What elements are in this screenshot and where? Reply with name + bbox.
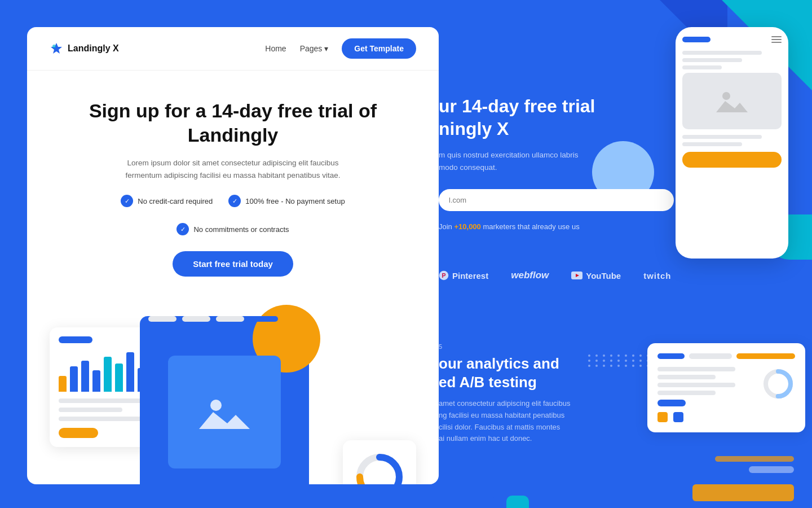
- phone-header: [682, 36, 782, 43]
- phone-mockup: [676, 27, 788, 259]
- main-card: Landingly X Home Pages ▾ Get Template Si…: [27, 27, 439, 484]
- phone-img-icon: [715, 87, 749, 115]
- image-icon: [196, 389, 253, 435]
- nav-links: Home Pages ▾ Get Template: [265, 38, 416, 59]
- line-placeholder-2: [59, 408, 122, 412]
- preview-area: [50, 316, 416, 484]
- badges-row: ✓ No credit-card required ✓ 100% free - …: [61, 195, 405, 235]
- analytics-card-header: [657, 353, 795, 359]
- analytics-desc: amet consectetur adipiscing elit faucibu…: [439, 398, 642, 445]
- nav-pages[interactable]: Pages ▾: [300, 44, 329, 53]
- svg-point-1: [52, 45, 56, 48]
- yellow-bar-mid: [715, 456, 794, 462]
- image-card: [140, 316, 309, 484]
- analytics-label: 5: [439, 343, 642, 350]
- analytics-card-bottom: [657, 412, 795, 422]
- bottom-squares-row: [439, 496, 529, 508]
- brands-section: P Pinterest webflow YouTube twitch: [439, 270, 754, 281]
- chart-bar: [126, 352, 134, 392]
- check-icon-3: ✓: [176, 223, 189, 235]
- chart-bar: [70, 366, 78, 392]
- svg-marker-0: [51, 43, 62, 54]
- phone-line-1: [682, 51, 762, 55]
- donut-card: [343, 440, 416, 484]
- line-placeholder-3: [59, 417, 143, 421]
- hero-section: Sign up for a 14-day free trial of Landi…: [27, 71, 439, 316]
- analytics-title: our analytics anded A/B testing: [439, 354, 642, 391]
- image-placeholder: [168, 356, 281, 468]
- logo: Landingly X: [50, 42, 119, 55]
- chart-bar: [115, 364, 123, 392]
- navbar: Landingly X Home Pages ▾ Get Template: [27, 27, 439, 71]
- chart-bar: [59, 376, 67, 392]
- brand-twitch: twitch: [643, 271, 671, 281]
- chart-bar: [104, 357, 112, 392]
- analytics-section: 5 our analytics anded A/B testing amet c…: [439, 343, 642, 445]
- brand-youtube: YouTube: [571, 271, 621, 281]
- donut-chart: [354, 452, 405, 484]
- chart-bar: [92, 370, 100, 392]
- mini-donut-wrapper: [761, 367, 795, 403]
- phone-line-2: [682, 58, 742, 62]
- phone-line-4: [682, 135, 762, 139]
- nav-home[interactable]: Home: [265, 44, 286, 53]
- badge-free: ✓ 100% free - No payment setup: [228, 195, 345, 207]
- chart-bar: [81, 361, 89, 392]
- svg-point-6: [722, 92, 730, 100]
- phone-cta-button: [682, 152, 782, 168]
- chart-pill: [59, 336, 92, 343]
- marketers-count: +10,000: [454, 222, 480, 231]
- phone-menu-icon: [771, 36, 782, 43]
- hero-subtitle: Lorem ipsum dolor sit amet consectetur a…: [120, 157, 346, 181]
- phone-logo-bar: [682, 37, 710, 42]
- svg-text:P: P: [442, 272, 445, 279]
- svg-point-2: [210, 400, 222, 411]
- chevron-down-icon: ▾: [324, 44, 328, 53]
- right-content: ur 14-day free trialningly X m quis nost…: [439, 27, 811, 508]
- white-bar-bottom: [749, 466, 794, 473]
- hero-title: Sign up for a 14-day free trial of Landi…: [61, 99, 405, 147]
- brand-name: Landingly X: [68, 43, 119, 54]
- check-icon-1: ✓: [121, 195, 133, 207]
- phone-image-area: [682, 73, 782, 129]
- brand-webflow: webflow: [511, 270, 549, 281]
- get-template-button[interactable]: Get Template: [342, 38, 416, 59]
- logo-icon: [50, 42, 63, 55]
- yellow-pill: [59, 428, 98, 438]
- phone-line-5: [682, 142, 742, 146]
- phone-line-3: [682, 65, 722, 69]
- brand-pinterest: P Pinterest: [439, 270, 488, 281]
- analytics-card: [647, 343, 805, 432]
- pinterest-icon: P: [439, 270, 449, 281]
- youtube-icon: [571, 271, 582, 279]
- tab-pills: [148, 316, 278, 322]
- badge-no-credit: ✓ No credit-card required: [121, 195, 213, 207]
- check-icon-2: ✓: [228, 195, 241, 207]
- mini-donut-chart: [761, 367, 795, 401]
- email-input[interactable]: [439, 189, 674, 211]
- badge-no-commitments: ✓ No commitments or contracts: [176, 223, 289, 235]
- analytics-card-body: [657, 367, 795, 406]
- image-card-inner: [140, 316, 309, 484]
- yellow-bar-bottom: [692, 484, 794, 501]
- start-trial-button[interactable]: Start free trial today: [173, 251, 293, 277]
